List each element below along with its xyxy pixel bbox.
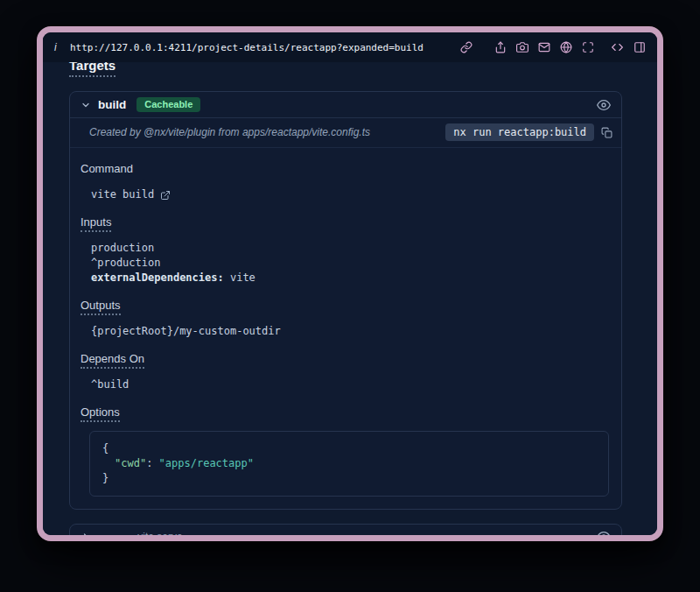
share-icon[interactable] — [494, 41, 507, 53]
info-icon: i — [54, 41, 61, 53]
target-details-build: Command vite build Inputs production ^pr… — [70, 148, 621, 509]
titlebar-actions — [460, 41, 646, 53]
url-text[interactable]: http://127.0.0.1:4211/project-details/re… — [70, 42, 424, 53]
input-dep-value: vite — [224, 271, 256, 284]
panel-icon[interactable] — [634, 41, 646, 53]
globe-icon[interactable] — [560, 41, 572, 53]
outputs-heading: Outputs — [80, 299, 121, 315]
created-by-text: Created by @nx/vite/plugin from apps/rea… — [89, 126, 370, 138]
target-subheader-build: Created by @nx/vite/plugin from apps/rea… — [70, 118, 621, 148]
run-command-group: nx run reactapp:build — [445, 123, 612, 141]
run-command-chip[interactable]: nx run reactapp:build — [445, 123, 594, 141]
inputs-section: Inputs production ^production externalDe… — [80, 215, 611, 285]
target-command-preview: vite serve — [137, 531, 182, 535]
json-brace-open: { — [102, 442, 108, 455]
command-row: vite build — [91, 187, 611, 202]
chevron-down-icon[interactable] — [80, 100, 91, 110]
copy-icon[interactable] — [601, 127, 612, 138]
mail-icon[interactable] — [538, 41, 550, 53]
target-card-build: build Cacheable Created by @nx/vite/plug… — [69, 91, 622, 510]
json-line: } — [102, 471, 596, 486]
output-item: {projectRoot}/my-custom-outdir — [91, 324, 611, 339]
json-line: "cwd": "apps/reactapp" — [102, 456, 596, 471]
eye-icon[interactable] — [597, 530, 611, 535]
json-line: { — [102, 441, 596, 456]
json-colon: : — [146, 457, 158, 469]
depends-on-heading: Depends On — [80, 352, 144, 369]
command-heading: Command — [80, 162, 133, 179]
target-header-serve[interactable]: serve vite serve — [70, 525, 621, 535]
project-details-content: Targets build Cacheable Created by @nx/v… — [43, 62, 657, 535]
depends-on-section: Depends On ^build — [80, 352, 611, 392]
code-icon[interactable] — [611, 41, 624, 53]
inputs-heading: Inputs — [80, 215, 111, 232]
json-brace-close: } — [102, 472, 108, 484]
input-item: production — [91, 241, 611, 256]
options-heading: Options — [80, 405, 120, 422]
command-value: vite build — [91, 187, 154, 202]
link-icon[interactable] — [460, 41, 472, 53]
input-dep-key: externalDependencies: — [91, 271, 224, 284]
target-name-build: build — [98, 98, 126, 111]
outputs-section: Outputs {projectRoot}/my-custom-outdir — [80, 299, 611, 339]
titlebar: i http://127.0.0.1:4211/project-details/… — [43, 32, 657, 62]
json-value: "apps/reactapp" — [159, 457, 254, 469]
external-link-icon[interactable] — [160, 190, 171, 201]
target-name-serve: serve — [98, 531, 129, 536]
options-code-block: { "cwd": "apps/reactapp" } — [89, 431, 609, 497]
target-card-serve: serve vite serve — [69, 524, 622, 535]
target-header-build[interactable]: build Cacheable — [70, 92, 621, 118]
depends-item: ^build — [91, 377, 611, 392]
app-window: i http://127.0.0.1:4211/project-details/… — [37, 26, 663, 541]
input-item: ^production — [91, 256, 611, 271]
eye-icon[interactable] — [597, 98, 611, 112]
expand-icon[interactable] — [582, 41, 594, 53]
chevron-right-icon[interactable] — [80, 532, 91, 535]
command-section: Command vite build — [80, 162, 611, 202]
json-key: "cwd" — [115, 457, 146, 469]
cacheable-badge: Cacheable — [136, 97, 200, 112]
camera-icon[interactable] — [516, 41, 528, 53]
options-section: Options { "cwd": "apps/reactapp" } — [80, 405, 611, 497]
targets-heading: Targets — [69, 62, 116, 77]
input-item: externalDependencies: vite — [91, 271, 611, 285]
